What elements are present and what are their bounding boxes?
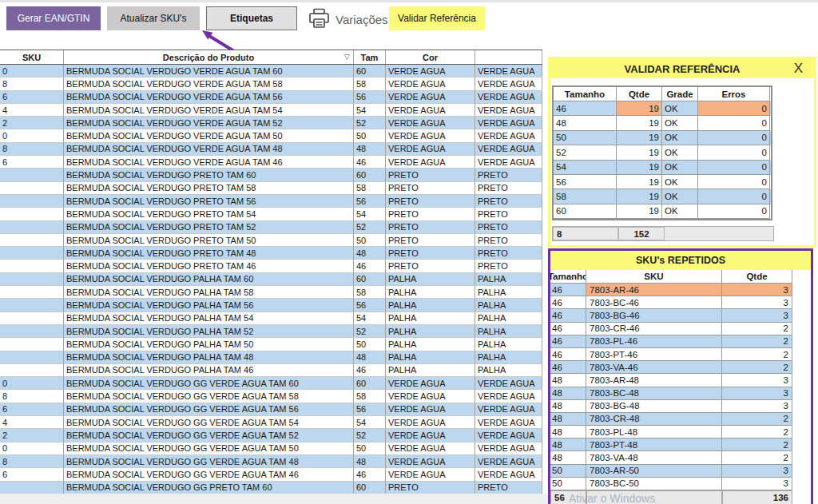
- column-header-grade[interactable]: Grade: [662, 87, 698, 101]
- table-row[interactable]: 0BERMUDA SOCIAL VERDUGO VERDE AGUA TAM 5…: [0, 129, 542, 142]
- cell-cor[interactable]: VERDE AGUA: [386, 156, 475, 169]
- repetidos-row[interactable]: 487803-BC-483: [550, 387, 792, 400]
- cell-erros[interactable]: 0: [698, 175, 770, 189]
- cell-tamanho[interactable]: 48: [550, 426, 586, 439]
- cell-descricao[interactable]: BERMUDA SOCIAL VERDUGO VERDE AGUA TAM 58: [64, 77, 354, 90]
- cell-sku[interactable]: [0, 325, 64, 338]
- cell-cor2[interactable]: VERDE AGUA: [475, 442, 542, 455]
- validar-row[interactable]: 5619OK0: [554, 175, 771, 189]
- cell-tamanho[interactable]: 46: [550, 309, 586, 322]
- cell-cor[interactable]: VERDE AGUA: [386, 416, 475, 429]
- table-row[interactable]: 6BERMUDA SOCIAL VERDUGO GG VERDE AGUA TA…: [0, 403, 542, 416]
- cell-descricao[interactable]: BERMUDA SOCIAL VERDUGO PALHA TAM 48: [64, 351, 354, 364]
- cell-tam[interactable]: 50: [354, 338, 386, 351]
- cell-cor[interactable]: PRETO: [386, 182, 475, 195]
- cell-cor2[interactable]: PALHA: [475, 299, 542, 312]
- cell-cor2[interactable]: VERDE AGUA: [475, 91, 542, 104]
- cell-cor2[interactable]: PRETO: [475, 182, 542, 195]
- cell-tam[interactable]: 52: [354, 325, 386, 338]
- cell-qtde[interactable]: 19: [617, 204, 662, 219]
- repetidos-row[interactable]: 467803-BC-463: [550, 296, 792, 309]
- cell-tam[interactable]: 52: [354, 221, 386, 234]
- cell-cor2[interactable]: PRETO: [475, 234, 542, 247]
- cell-descricao[interactable]: BERMUDA SOCIAL VERDUGO PALHA TAM 56: [64, 299, 354, 312]
- cell-sku[interactable]: 7803-BC-48: [586, 387, 722, 400]
- table-row[interactable]: BERMUDA SOCIAL VERDUGO GG PRETO TAM 6060…: [0, 482, 542, 494]
- cell-sku[interactable]: 7803-AR-48: [586, 374, 722, 387]
- cell-sku[interactable]: 8: [0, 455, 64, 468]
- cell-qtde[interactable]: 3: [722, 400, 792, 413]
- cell-sku[interactable]: 7803-PT-48: [586, 439, 722, 451]
- cell-sku[interactable]: 7803-BG-48: [586, 400, 722, 413]
- table-row[interactable]: BERMUDA SOCIAL VERDUGO PALHA TAM 5858PAL…: [0, 286, 542, 299]
- variacoes-button[interactable]: Variações: [308, 8, 388, 30]
- cell-cor[interactable]: VERDE AGUA: [386, 429, 475, 442]
- cell-tamanho[interactable]: 48: [550, 413, 586, 426]
- cell-erros[interactable]: 0: [698, 145, 770, 160]
- cell-sku[interactable]: [0, 182, 64, 195]
- cell-tamanho[interactable]: 56: [554, 175, 617, 189]
- cell-sku[interactable]: [0, 208, 64, 220]
- cell-descricao[interactable]: BERMUDA SOCIAL VERDUGO PRETO TAM 54: [64, 208, 354, 220]
- cell-cor[interactable]: PRETO: [386, 221, 475, 234]
- cell-cor2[interactable]: VERDE AGUA: [475, 117, 542, 129]
- cell-qtde[interactable]: 2: [722, 335, 792, 348]
- cell-cor2[interactable]: PALHA: [475, 312, 542, 325]
- table-row[interactable]: BERMUDA SOCIAL VERDUGO PALHA TAM 5656PAL…: [0, 299, 542, 312]
- cell-cor[interactable]: PALHA: [386, 312, 475, 325]
- cell-tam[interactable]: 60: [354, 273, 386, 286]
- validar-row[interactable]: 5419OK0: [554, 161, 771, 175]
- cell-cor2[interactable]: PALHA: [475, 273, 542, 286]
- cell-cor2[interactable]: VERDE AGUA: [475, 104, 542, 117]
- cell-sku[interactable]: 7803-AR-50: [586, 465, 722, 478]
- cell-cor[interactable]: PRETO: [386, 234, 475, 247]
- cell-tamanho[interactable]: 54: [554, 161, 617, 175]
- cell-cor[interactable]: PALHA: [386, 286, 475, 299]
- cell-sku[interactable]: 0: [0, 442, 64, 455]
- cell-tamanho[interactable]: 48: [554, 116, 617, 130]
- cell-tam[interactable]: 56: [354, 91, 386, 104]
- cell-qtde[interactable]: 3: [722, 309, 792, 322]
- cell-tamanho[interactable]: 48: [550, 387, 586, 400]
- cell-tamanho[interactable]: 46: [554, 101, 617, 116]
- cell-tamanho[interactable]: 48: [550, 451, 586, 464]
- table-row[interactable]: 2BERMUDA SOCIAL VERDUGO VERDE AGUA TAM 5…: [0, 117, 542, 129]
- cell-tam[interactable]: 54: [354, 104, 386, 117]
- column-header-descricao[interactable]: Descrição do Produto ▽: [64, 50, 354, 64]
- cell-qtde[interactable]: 2: [722, 348, 792, 361]
- repetidos-row[interactable]: 487803-BG-483: [550, 400, 792, 413]
- cell-descricao[interactable]: BERMUDA SOCIAL VERDUGO PALHA TAM 52: [64, 325, 354, 338]
- cell-grade[interactable]: OK: [662, 175, 698, 189]
- cell-sku[interactable]: 4: [0, 416, 64, 429]
- cell-cor[interactable]: PALHA: [386, 364, 475, 377]
- cell-sku[interactable]: 2: [0, 429, 64, 442]
- cell-qtde[interactable]: 2: [722, 426, 792, 439]
- cell-descricao[interactable]: BERMUDA SOCIAL VERDUGO VERDE AGUA TAM 48: [64, 143, 354, 156]
- cell-tamanho[interactable]: 46: [550, 323, 586, 335]
- table-row[interactable]: BERMUDA SOCIAL VERDUGO PALHA TAM 4848PAL…: [0, 351, 542, 364]
- validar-row[interactable]: 4619OK0: [554, 101, 771, 116]
- cell-tam[interactable]: 48: [354, 351, 386, 364]
- cell-sku[interactable]: 7803-AR-46: [586, 284, 722, 296]
- cell-erros[interactable]: 0: [698, 189, 770, 204]
- gerar-ean-gtin-button[interactable]: Gerar EAN/GTIN: [6, 6, 101, 30]
- cell-cor[interactable]: VERDE AGUA: [386, 403, 475, 416]
- cell-descricao[interactable]: BERMUDA SOCIAL VERDUGO PRETO TAM 50: [64, 234, 354, 247]
- column-header-tam[interactable]: Tam: [354, 50, 386, 64]
- cell-descricao[interactable]: BERMUDA SOCIAL VERDUGO GG VERDE AGUA TAM…: [64, 468, 354, 481]
- repetidos-row[interactable]: 467803-BG-463: [550, 309, 792, 322]
- cell-tamanho[interactable]: 46: [550, 335, 586, 348]
- cell-tamanho[interactable]: 60: [554, 204, 617, 219]
- cell-sku[interactable]: 7803-BG-46: [586, 309, 722, 322]
- cell-cor[interactable]: PALHA: [386, 299, 475, 312]
- repetidos-row[interactable]: 467803-AR-463: [550, 284, 792, 296]
- table-row[interactable]: 6BERMUDA SOCIAL VERDUGO VERDE AGUA TAM 4…: [0, 156, 542, 169]
- cell-cor[interactable]: VERDE AGUA: [386, 377, 475, 390]
- cell-descricao[interactable]: BERMUDA SOCIAL VERDUGO VERDE AGUA TAM 54: [64, 104, 354, 117]
- table-row[interactable]: BERMUDA SOCIAL VERDUGO PRETO TAM 5252PRE…: [0, 221, 542, 234]
- table-row[interactable]: 8BERMUDA SOCIAL VERDUGO GG VERDE AGUA TA…: [0, 390, 542, 403]
- table-row[interactable]: BERMUDA SOCIAL VERDUGO PRETO TAM 6060PRE…: [0, 169, 542, 181]
- cell-cor2[interactable]: VERDE AGUA: [475, 377, 542, 390]
- cell-erros[interactable]: 0: [698, 116, 770, 130]
- table-row[interactable]: BERMUDA SOCIAL VERDUGO PRETO TAM 5858PRE…: [0, 182, 542, 195]
